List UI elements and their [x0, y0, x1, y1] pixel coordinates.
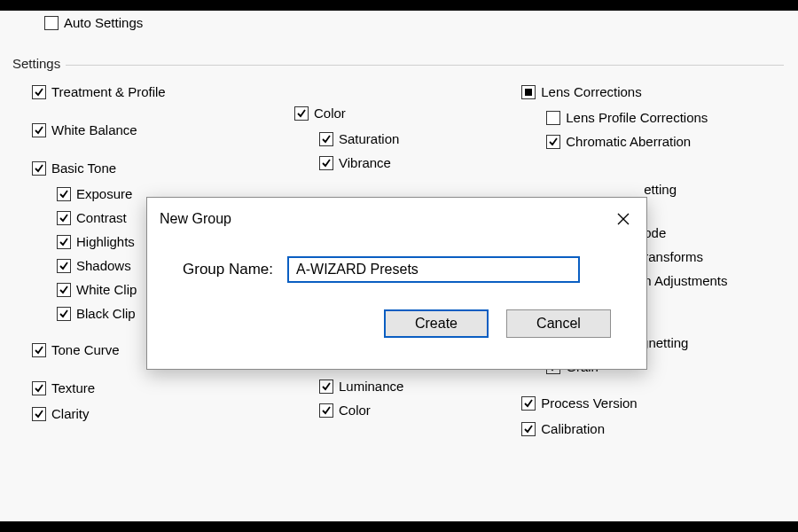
label: Chromatic Aberration: [566, 135, 691, 148]
label-fragment: ransforms: [644, 250, 703, 263]
label: Highlights: [76, 235, 135, 248]
label: Clarity: [51, 407, 90, 420]
luminance-row[interactable]: Luminance: [319, 378, 521, 395]
color-nr-row[interactable]: Color: [319, 402, 521, 419]
cancel-button[interactable]: Cancel: [506, 309, 611, 338]
checkbox-checked-icon: [57, 307, 71, 321]
dialog-title: New Group: [160, 211, 231, 227]
label: Basic Tone: [51, 161, 116, 175]
checkbox-checked-icon: [32, 123, 46, 137]
lens-distortion-row[interactable]: [546, 157, 784, 174]
label: Black Clip: [76, 307, 136, 320]
checkbox-checked-icon: [319, 132, 333, 146]
saturation-row[interactable]: Saturation: [319, 130, 521, 147]
checkbox-checked-icon: [521, 396, 536, 411]
checkbox-checked-icon: [32, 161, 46, 176]
checkbox-checked-icon: [57, 283, 71, 297]
label: Calibration: [541, 422, 605, 435]
checkbox-checked-icon: [57, 211, 71, 225]
lens-corrections-row[interactable]: Lens Corrections: [521, 83, 784, 100]
checkbox-checked-icon: [521, 422, 536, 436]
checkbox-checked-icon: [319, 156, 333, 170]
label: Exposure: [76, 187, 132, 200]
checkbox-checked-icon: [32, 381, 46, 395]
label: Process Version: [541, 396, 637, 410]
close-button[interactable]: [609, 207, 638, 231]
checkbox-icon: [546, 111, 560, 125]
checkbox-checked-icon: [57, 235, 71, 249]
checkbox-checked-icon: [294, 106, 309, 121]
group-name-label: Group Name:: [183, 261, 273, 278]
label-fragment: etting: [644, 183, 677, 196]
color-row[interactable]: Color: [294, 105, 521, 121]
label: Treatment & Profile: [51, 85, 166, 98]
label: Texture: [51, 381, 95, 395]
label: Luminance: [339, 379, 403, 393]
label: Shadows: [76, 259, 131, 272]
checkbox-checked-icon: [32, 85, 46, 99]
create-button[interactable]: Create: [384, 309, 489, 338]
treatment-profile-row[interactable]: Treatment & Profile: [32, 83, 277, 100]
checkbox-checked-icon: [546, 135, 560, 149]
auto-settings-label: Auto Settings: [64, 16, 143, 29]
checkbox-checked-icon: [319, 379, 333, 394]
label: Color: [339, 403, 371, 417]
texture-row[interactable]: Texture: [32, 379, 277, 396]
clarity-row[interactable]: Clarity: [32, 405, 277, 422]
white-balance-row[interactable]: White Balance: [32, 121, 277, 138]
label: Lens Profile Corrections: [566, 111, 708, 124]
group-name-input[interactable]: [287, 256, 580, 283]
new-group-dialog: New Group Group Name: Create Cancel: [146, 197, 647, 370]
calibration-row[interactable]: Calibration: [521, 420, 784, 437]
label-fragment: ode: [644, 226, 666, 239]
checkbox-checked-icon: [319, 403, 333, 418]
vibrance-row[interactable]: Vibrance: [319, 154, 521, 171]
chromatic-aberration-row[interactable]: Chromatic Aberration: [546, 133, 784, 150]
close-icon: [617, 213, 630, 225]
label: White Clip: [76, 283, 137, 296]
lens-profile-corrections-row[interactable]: Lens Profile Corrections: [546, 109, 784, 126]
process-version-row[interactable]: Process Version: [521, 395, 784, 411]
checkbox-checked-icon: [57, 259, 71, 273]
label: White Balance: [51, 123, 137, 137]
auto-settings-section: Auto Settings: [14, 14, 784, 31]
checkbox-checked-icon: [57, 187, 71, 201]
vignetting-row[interactable]: etting: [546, 181, 784, 198]
checkbox-icon: [44, 16, 59, 30]
checkbox-mixed-icon: [521, 85, 536, 99]
auto-settings-row[interactable]: Auto Settings: [44, 14, 784, 31]
label: Contrast: [76, 211, 127, 224]
label: Lens Corrections: [541, 85, 641, 98]
checkbox-checked-icon: [32, 343, 46, 357]
label: Color: [314, 106, 346, 120]
label-fragment: n Adjustments: [644, 274, 727, 287]
checkbox-checked-icon: [32, 407, 46, 421]
label: Tone Curve: [51, 343, 120, 356]
label: Saturation: [339, 132, 399, 145]
settings-legend: Settings: [11, 56, 66, 71]
basic-tone-row[interactable]: Basic Tone: [32, 160, 277, 176]
label: Vibrance: [339, 156, 391, 169]
